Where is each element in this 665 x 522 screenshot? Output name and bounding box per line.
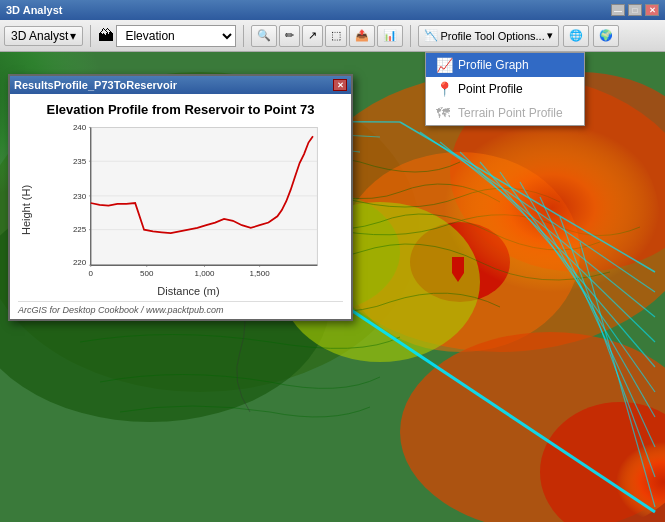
profile-window-title: ResultsProfile_P73ToReservoir <box>14 79 177 91</box>
profile-title-bar[interactable]: ResultsProfile_P73ToReservoir ✕ <box>10 76 351 94</box>
analyst-label: 3D Analyst <box>11 29 68 43</box>
profile-window: ResultsProfile_P73ToReservoir ✕ Elevatio… <box>8 74 353 321</box>
profile-tool-label: Profile Tool Options... <box>440 30 544 42</box>
profile-content: Elevation Profile from Reservoir to Poin… <box>10 94 351 319</box>
analyst-dropdown[interactable]: 3D Analyst ▾ <box>4 26 83 46</box>
profile-tool-btn[interactable]: 📉 Profile Tool Options... ▾ <box>418 25 558 47</box>
chart-svg: 240 235 230 225 220 <box>34 123 343 283</box>
menu-item-terrain-point-profile: 🗺 Terrain Point Profile <box>426 101 584 125</box>
profile-footer: ArcGIS for Desktop Cookbook / www.packtp… <box>18 301 343 315</box>
svg-text:500: 500 <box>140 269 154 278</box>
svg-text:0: 0 <box>88 269 93 278</box>
globe-icon-1: 🌐 <box>569 29 583 42</box>
elevation-section: 🏔 Elevation <box>98 25 236 47</box>
export-icon: 📤 <box>355 29 369 42</box>
x-axis-label: Distance (m) <box>34 285 343 297</box>
point-profile-icon: 📍 <box>436 81 452 97</box>
menu-item-profile-graph[interactable]: 📈 Profile Graph <box>426 53 584 77</box>
maximize-btn[interactable]: □ <box>628 4 642 16</box>
menu-item-point-profile-label: Point Profile <box>458 82 523 96</box>
svg-text:220: 220 <box>73 258 87 267</box>
toolbar: 3D Analyst ▾ 🏔 Elevation 🔍 ✏ ↗ ⬚ 📤 📊 📉 P… <box>0 20 665 52</box>
globe-icon-2: 🌍 <box>599 29 613 42</box>
svg-rect-52 <box>91 127 318 265</box>
svg-text:240: 240 <box>73 123 87 132</box>
tool-btn-5[interactable]: 📤 <box>349 25 375 47</box>
elevation-select[interactable]: Elevation <box>116 25 236 47</box>
globe-btn-1[interactable]: 🌐 <box>563 25 589 47</box>
svg-text:235: 235 <box>73 157 87 166</box>
mountain-icon: 🏔 <box>98 27 114 45</box>
minimize-btn[interactable]: — <box>611 4 625 16</box>
chart-area: Height (H) <box>18 123 343 297</box>
map-container[interactable]: 📈 Profile Graph 📍 Point Profile 🗺 Terrai… <box>0 52 665 522</box>
tool-btn-1[interactable]: 🔍 <box>251 25 277 47</box>
svg-text:1,000: 1,000 <box>194 269 215 278</box>
title-bar: 3D Analyst — □ ✕ <box>0 0 665 20</box>
separator-2 <box>243 25 244 47</box>
pencil-icon: ✏ <box>285 29 294 42</box>
globe-btn-2[interactable]: 🌍 <box>593 25 619 47</box>
svg-text:1,500: 1,500 <box>250 269 271 278</box>
profile-icon: 📉 <box>424 29 438 42</box>
terrain-profile-icon: 🗺 <box>436 105 452 121</box>
chart-icon: 📊 <box>383 29 397 42</box>
tools-section: 🔍 ✏ ↗ ⬚ 📤 📊 <box>251 25 403 47</box>
tool-btn-4[interactable]: ⬚ <box>325 25 347 47</box>
layers-icon: ⬚ <box>331 29 341 42</box>
profile-dropdown-arrow: ▾ <box>547 29 553 42</box>
close-btn[interactable]: ✕ <box>645 4 659 16</box>
analyst-dropdown-arrow: ▾ <box>70 29 76 43</box>
separator-1 <box>90 25 91 47</box>
menu-item-point-profile[interactable]: 📍 Point Profile <box>426 77 584 101</box>
profile-graph-icon: 📈 <box>436 57 452 73</box>
arrow-icon: ↗ <box>308 29 317 42</box>
menu-item-profile-graph-label: Profile Graph <box>458 58 529 72</box>
app-title: 3D Analyst <box>6 4 62 16</box>
svg-rect-34 <box>452 257 464 273</box>
separator-3 <box>410 25 411 47</box>
menu-item-terrain-label: Terrain Point Profile <box>458 106 563 120</box>
svg-text:230: 230 <box>73 192 87 201</box>
tool-btn-2[interactable]: ✏ <box>279 25 300 47</box>
tool-btn-3[interactable]: ↗ <box>302 25 323 47</box>
window-controls: — □ ✕ <box>611 4 659 16</box>
dropdown-menu: 📈 Profile Graph 📍 Point Profile 🗺 Terrai… <box>425 52 585 126</box>
chart-title: Elevation Profile from Reservoir to Poin… <box>18 102 343 117</box>
svg-text:225: 225 <box>73 225 87 234</box>
profile-close-btn[interactable]: ✕ <box>333 79 347 91</box>
magnify-icon: 🔍 <box>257 29 271 42</box>
y-axis-label: Height (H) <box>18 123 34 297</box>
chart-inner: 240 235 230 225 220 <box>34 123 343 297</box>
tool-btn-6[interactable]: 📊 <box>377 25 403 47</box>
